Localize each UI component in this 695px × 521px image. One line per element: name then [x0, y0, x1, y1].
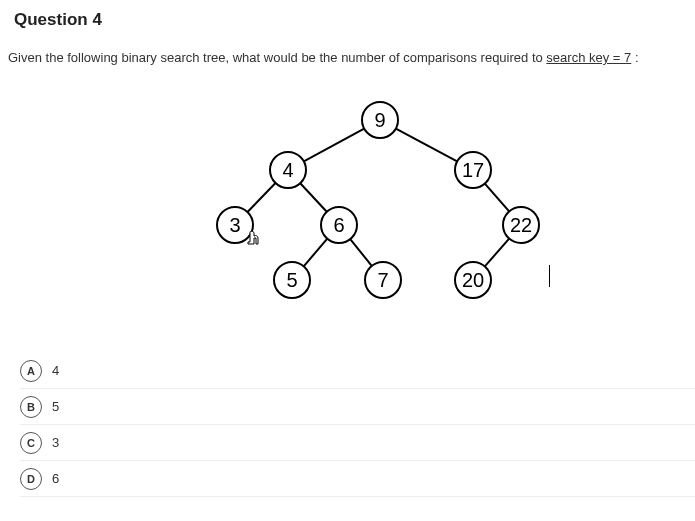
tree-node: 4	[270, 152, 306, 188]
tree-node-value: 17	[462, 159, 484, 181]
tree-node-value: 7	[377, 269, 388, 291]
option-letter: C	[20, 432, 42, 454]
question-text-after: :	[631, 50, 638, 65]
tree-node-value: 6	[333, 214, 344, 236]
option-text: 6	[52, 471, 59, 486]
answer-options: A 4 B 5 C 3 D 6	[0, 345, 695, 497]
tree-node: 20	[455, 262, 491, 298]
tree-edge	[304, 129, 364, 162]
tree-node: 6	[321, 207, 357, 243]
tree-node: 5	[274, 262, 310, 298]
option-text: 3	[52, 435, 59, 450]
option-text: 4	[52, 363, 59, 378]
tree-edge	[350, 239, 372, 266]
option-a[interactable]: A 4	[20, 353, 695, 389]
tree-node: 7	[365, 262, 401, 298]
option-b[interactable]: B 5	[20, 389, 695, 425]
option-c[interactable]: C 3	[20, 425, 695, 461]
tree-node-value: 22	[510, 214, 532, 236]
tree-edge	[247, 183, 275, 212]
tree-node: 9	[362, 102, 398, 138]
question-text-underline: search key = 7	[546, 50, 631, 65]
tree-svg: 941736225720	[0, 75, 695, 345]
option-letter: B	[20, 396, 42, 418]
question-text-before: Given the following binary search tree, …	[8, 50, 546, 65]
tree-diagram: 941736225720	[0, 75, 695, 345]
question-number: Question 4	[0, 0, 695, 30]
option-letter: A	[20, 360, 42, 382]
option-d[interactable]: D 6	[20, 461, 695, 497]
tree-node: 22	[503, 207, 539, 243]
tree-edge	[304, 239, 328, 267]
text-cursor-icon	[549, 265, 550, 287]
tree-node-value: 4	[282, 159, 293, 181]
option-letter: D	[20, 468, 42, 490]
tree-node-value: 20	[462, 269, 484, 291]
tree-edge	[485, 184, 509, 212]
option-text: 5	[52, 399, 59, 414]
tree-edge	[396, 129, 457, 162]
tree-node-value: 5	[286, 269, 297, 291]
tree-node: 17	[455, 152, 491, 188]
question-text: Given the following binary search tree, …	[0, 30, 695, 65]
tree-edge	[485, 239, 509, 267]
tree-node-value: 9	[374, 109, 385, 131]
tree-node-value: 3	[229, 214, 240, 236]
tree-node: 3	[217, 207, 253, 243]
tree-edge	[300, 183, 327, 212]
